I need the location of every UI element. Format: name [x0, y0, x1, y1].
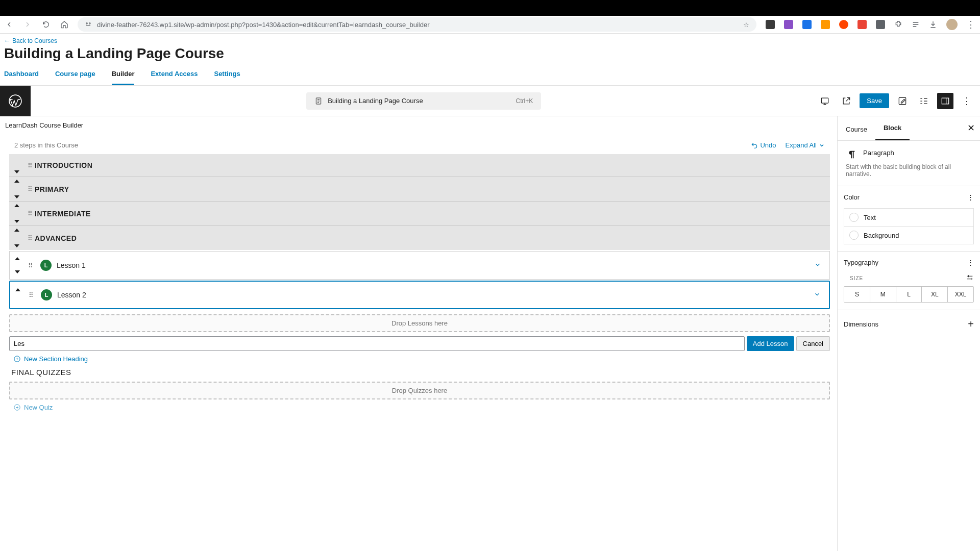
color-group-label: Color: [844, 193, 860, 201]
lesson-title: Lesson 2: [57, 291, 805, 299]
lesson-row[interactable]: ⠿ L Lesson 2: [9, 281, 830, 309]
move-up-icon[interactable]: [14, 204, 19, 207]
move-down-icon[interactable]: [15, 270, 20, 273]
add-dimension-icon[interactable]: +: [968, 318, 974, 330]
size-xxl-button[interactable]: XXL: [948, 287, 973, 302]
reload-icon[interactable]: [42, 20, 50, 29]
dimensions-group-label: Dimensions: [844, 320, 878, 328]
builder-label: LearnDash Course Builder: [5, 116, 837, 132]
size-s-button[interactable]: S: [844, 287, 870, 302]
move-down-icon[interactable]: [14, 195, 19, 198]
extension-icon[interactable]: [857, 20, 867, 29]
save-button[interactable]: Save: [860, 93, 889, 108]
move-down-icon[interactable]: [14, 170, 19, 173]
typography-options-icon[interactable]: ⋮: [967, 259, 974, 266]
size-settings-icon[interactable]: [966, 273, 974, 283]
step-count: 2 steps in this Course: [14, 141, 78, 149]
sidebar-tab-block[interactable]: Block: [875, 117, 910, 140]
extension-icon[interactable]: [821, 20, 830, 29]
section-primary[interactable]: ⠿ PRIMARY: [9, 177, 830, 201]
drag-handle-icon[interactable]: ⠿: [29, 291, 33, 299]
extensions-icon[interactable]: [894, 20, 902, 29]
drag-handle-icon[interactable]: ⠿: [28, 234, 32, 242]
extension-icon[interactable]: [802, 20, 812, 29]
size-xl-button[interactable]: XL: [922, 287, 948, 302]
sidebar-toggle-icon[interactable]: [937, 93, 953, 109]
tab-settings[interactable]: Settings: [214, 70, 240, 85]
downloads-icon[interactable]: [929, 20, 937, 29]
lesson-badge-icon: L: [40, 260, 52, 271]
new-section-heading-link[interactable]: New Section Heading: [13, 355, 837, 363]
drag-handle-icon[interactable]: ⠿: [28, 210, 32, 217]
inspector-sidebar: Course Block ✕ Paragraph Start with the …: [837, 116, 980, 551]
profile-avatar[interactable]: [946, 19, 958, 30]
close-sidebar-icon[interactable]: ✕: [967, 122, 975, 134]
tab-course-page[interactable]: Course page: [55, 70, 95, 85]
size-label: SIZE: [844, 276, 869, 281]
color-text-option[interactable]: Text: [844, 208, 974, 227]
lesson-row[interactable]: ⠿ L Lesson 1: [9, 251, 830, 280]
block-type-name: Paragraph: [863, 149, 894, 157]
move-down-icon[interactable]: [14, 220, 19, 223]
cancel-button[interactable]: Cancel: [796, 336, 830, 351]
color-background-option[interactable]: Background: [844, 226, 974, 244]
typography-group-label: Typography: [844, 259, 878, 266]
color-swatch-icon: [849, 213, 859, 222]
tab-extend-access[interactable]: Extend Access: [151, 70, 198, 85]
external-link-icon[interactable]: [838, 93, 854, 109]
move-down-icon[interactable]: [14, 244, 19, 247]
final-quizzes-heading: FINAL QUIZZES: [11, 368, 837, 377]
section-intermediate[interactable]: ⠿ INTERMEDIATE: [9, 201, 830, 226]
add-lesson-button[interactable]: Add Lesson: [747, 336, 794, 351]
extension-icon[interactable]: [876, 20, 885, 29]
lesson-expand-icon[interactable]: [806, 261, 829, 270]
undo-link[interactable]: Undo: [751, 141, 776, 149]
options-icon[interactable]: ⋮: [959, 93, 975, 109]
drag-handle-icon[interactable]: ⠿: [28, 162, 32, 169]
extension-icon[interactable]: [766, 20, 775, 29]
size-l-button[interactable]: L: [896, 287, 922, 302]
move-up-icon[interactable]: [15, 288, 20, 291]
extension-icon[interactable]: [839, 20, 848, 29]
plus-circle-icon: [13, 404, 21, 411]
move-up-icon[interactable]: [14, 229, 19, 232]
site-info-icon[interactable]: [85, 21, 92, 28]
reading-list-icon[interactable]: [912, 20, 920, 29]
sidebar-tab-course[interactable]: Course: [838, 118, 875, 140]
new-quiz-link[interactable]: New Quiz: [13, 404, 837, 411]
size-m-button[interactable]: M: [870, 287, 896, 302]
move-up-icon[interactable]: [14, 180, 19, 183]
drag-handle-icon[interactable]: ⠿: [28, 262, 33, 269]
undo-icon: [751, 142, 758, 149]
drag-handle-icon[interactable]: ⠿: [28, 185, 32, 193]
document-icon: [314, 97, 323, 105]
tab-dashboard[interactable]: Dashboard: [4, 70, 39, 85]
list-view-icon[interactable]: [916, 93, 932, 109]
move-up-icon[interactable]: [15, 257, 20, 260]
kbar-shortcut: Ctrl+K: [516, 97, 533, 105]
extension-icon[interactable]: [784, 20, 793, 29]
home-icon[interactable]: [60, 20, 68, 29]
tab-builder[interactable]: Builder: [112, 70, 135, 85]
wp-logo[interactable]: [0, 86, 31, 116]
address-bar[interactable]: divine-feather-76243.wp1.site/wp-admin/p…: [78, 17, 756, 32]
bookmark-star-icon[interactable]: ☆: [743, 21, 749, 29]
section-introduction[interactable]: ⠿ INTRODUCTION: [9, 154, 830, 177]
expand-all-link[interactable]: Expand All: [786, 141, 825, 149]
drop-lessons-zone[interactable]: Drop Lessons here: [9, 314, 830, 332]
command-bar[interactable]: Building a Landing Page Course Ctrl+K: [306, 92, 541, 110]
drop-quizzes-zone[interactable]: Drop Quizzes here: [9, 382, 830, 399]
color-swatch-icon: [849, 231, 859, 240]
lesson-expand-icon[interactable]: [805, 291, 829, 299]
back-to-courses-link[interactable]: Back to Courses: [4, 37, 57, 44]
menu-icon[interactable]: ⋮: [967, 20, 975, 29]
view-icon[interactable]: [817, 93, 833, 109]
new-lesson-input[interactable]: [9, 336, 745, 351]
svg-point-1: [89, 23, 90, 24]
color-options-icon[interactable]: ⋮: [967, 193, 974, 201]
back-icon[interactable]: [5, 20, 13, 29]
browser-toolbar: divine-feather-76243.wp1.site/wp-admin/p…: [0, 16, 980, 34]
forward-icon[interactable]: [23, 20, 32, 29]
edit-icon[interactable]: [894, 93, 911, 109]
section-advanced[interactable]: ⠿ ADVANCED: [9, 226, 830, 250]
